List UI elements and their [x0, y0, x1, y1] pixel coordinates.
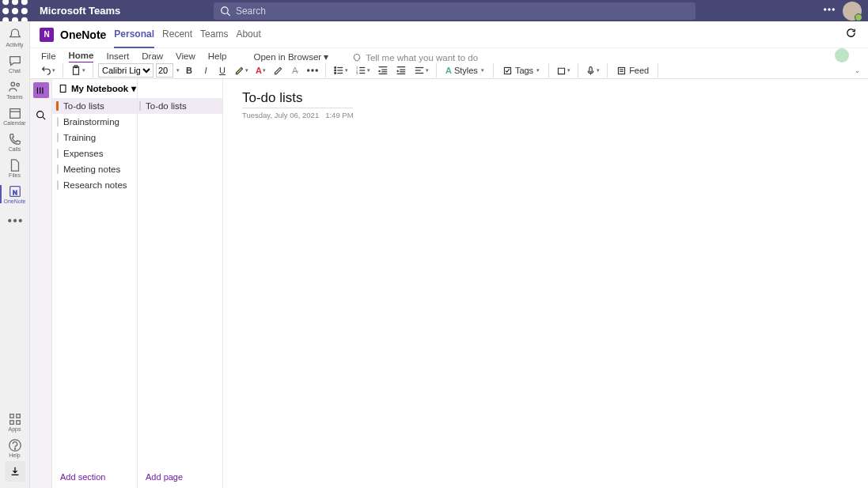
search-icon: [220, 6, 231, 17]
svg-point-4: [13, 9, 17, 13]
onenote-title: OneNote: [60, 28, 106, 41]
notebook-title[interactable]: My Notebook▾: [52, 79, 137, 98]
svg-rect-59: [619, 67, 625, 74]
svg-point-20: [8, 219, 10, 221]
title-bar: Microsoft Teams: [0, 0, 868, 21]
rail-onenote[interactable]: NOneNote: [0, 181, 30, 207]
ribbon-expand-icon[interactable]: ⌄: [855, 67, 860, 74]
open-in-browser[interactable]: Open in Browser▾: [253, 51, 328, 62]
number-list-button[interactable]: 123▾: [353, 62, 373, 78]
ribbontab-help[interactable]: Help: [208, 51, 227, 62]
rail-activity[interactable]: Activity: [0, 25, 30, 51]
onenote-appicon: N: [40, 28, 54, 42]
svg-point-11: [824, 9, 826, 10]
page-date: Tuesday, July 06, 2021: [242, 111, 319, 119]
tab-teams[interactable]: Teams: [200, 21, 228, 48]
ribbontab-view[interactable]: View: [176, 51, 195, 62]
indent-button[interactable]: [393, 62, 409, 78]
page-todo[interactable]: To-do lists: [138, 98, 222, 114]
rail-help[interactable]: Help: [0, 435, 30, 461]
download-button[interactable]: [5, 461, 25, 482]
svg-rect-58: [589, 66, 592, 72]
svg-point-28: [14, 448, 15, 449]
page-canvas[interactable]: To-do lists Tuesday, July 06, 2021 1:49 …: [223, 79, 868, 488]
add-page-button[interactable]: Add page: [138, 472, 222, 488]
svg-point-9: [222, 6, 228, 13]
section-todo[interactable]: To-do lists: [52, 98, 137, 114]
clear-format-button[interactable]: [271, 62, 286, 78]
highlight-button[interactable]: ▾: [232, 62, 251, 78]
svg-line-66: [43, 117, 45, 119]
rail-chat[interactable]: Chat: [0, 51, 30, 77]
align-button[interactable]: ▾: [411, 62, 431, 78]
notebook-search-icon[interactable]: [36, 109, 46, 123]
rail-calendar[interactable]: Calendar: [0, 103, 30, 129]
presence-icon[interactable]: [835, 48, 849, 62]
ribbontab-file[interactable]: File: [41, 51, 56, 62]
meeting-button[interactable]: ▾: [554, 62, 573, 78]
more-formatting-icon[interactable]: [305, 62, 320, 78]
font-select[interactable]: Calibri Light: [98, 63, 154, 78]
svg-rect-16: [9, 109, 20, 119]
tab-about[interactable]: About: [236, 21, 260, 48]
svg-point-38: [335, 73, 336, 74]
svg-point-5: [23, 9, 27, 13]
rail-more-icon[interactable]: [0, 207, 30, 233]
add-section-button[interactable]: Add section: [52, 472, 137, 488]
dictate-button[interactable]: ▾: [583, 62, 602, 78]
svg-point-14: [11, 82, 14, 86]
page-list: To-do lists Add page: [138, 79, 223, 488]
section-training[interactable]: Training: [52, 130, 137, 146]
svg-point-15: [16, 84, 19, 87]
italic-button[interactable]: I: [199, 62, 213, 78]
rail-files[interactable]: Files: [0, 155, 30, 181]
feed-button[interactable]: Feed: [612, 62, 653, 78]
font-size-input[interactable]: [156, 63, 173, 78]
ribbontab-home[interactable]: Home: [69, 51, 94, 62]
rail-apps[interactable]: Apps: [0, 409, 30, 435]
svg-point-34: [335, 67, 336, 69]
format-painter-button[interactable]: A̶: [288, 62, 302, 78]
svg-text:N: N: [13, 189, 17, 196]
app-rail: Activity Chat Teams Calendar Calls Files…: [0, 21, 30, 488]
search-input[interactable]: [236, 6, 689, 17]
section-list: My Notebook▾ To-do lists Brainstorming T…: [52, 79, 138, 488]
rail-calls[interactable]: Calls: [0, 129, 30, 155]
svg-line-10: [228, 13, 230, 15]
svg-point-21: [13, 219, 16, 221]
svg-point-36: [335, 70, 336, 71]
bullet-list-button[interactable]: ▾: [331, 62, 351, 78]
svg-point-3: [4, 9, 8, 13]
tags-button[interactable]: Tags▾: [498, 62, 544, 78]
tab-recent[interactable]: Recent: [162, 21, 192, 48]
ribbontab-insert[interactable]: Insert: [106, 51, 129, 62]
tab-personal[interactable]: Personal: [114, 21, 154, 48]
tell-me-input[interactable]: Tell me what you want to do: [352, 53, 478, 62]
svg-point-2: [23, 0, 27, 3]
section-research-notes[interactable]: Research notes: [52, 177, 137, 193]
outdent-button[interactable]: [375, 62, 391, 78]
refresh-icon[interactable]: [845, 27, 857, 42]
paste-button[interactable]: ▾: [68, 62, 88, 78]
styles-button[interactable]: AStyles▾: [442, 62, 488, 78]
more-options-icon[interactable]: [824, 4, 835, 17]
section-expenses[interactable]: Expenses: [52, 146, 137, 161]
underline-button[interactable]: U: [215, 62, 229, 78]
svg-rect-24: [16, 414, 20, 418]
notebook-rail: [30, 79, 52, 488]
search-box[interactable]: [214, 2, 696, 20]
bold-button[interactable]: B: [182, 62, 196, 78]
undo-button[interactable]: ▾: [38, 62, 58, 78]
ribbon: File Home Insert Draw View Help Open in …: [30, 48, 868, 79]
section-meeting-notes[interactable]: Meeting notes: [52, 161, 137, 177]
svg-point-1: [13, 0, 17, 3]
notebook-nav-icon[interactable]: [33, 82, 49, 98]
user-avatar[interactable]: [843, 2, 862, 21]
font-color-button[interactable]: A▾: [253, 62, 268, 78]
page-title[interactable]: To-do lists: [242, 90, 353, 108]
svg-rect-25: [9, 421, 13, 425]
ribbontab-draw[interactable]: Draw: [142, 51, 163, 62]
rail-teams[interactable]: Teams: [0, 77, 30, 103]
svg-point-65: [37, 112, 44, 118]
section-brainstorming[interactable]: Brainstorming: [52, 114, 137, 130]
